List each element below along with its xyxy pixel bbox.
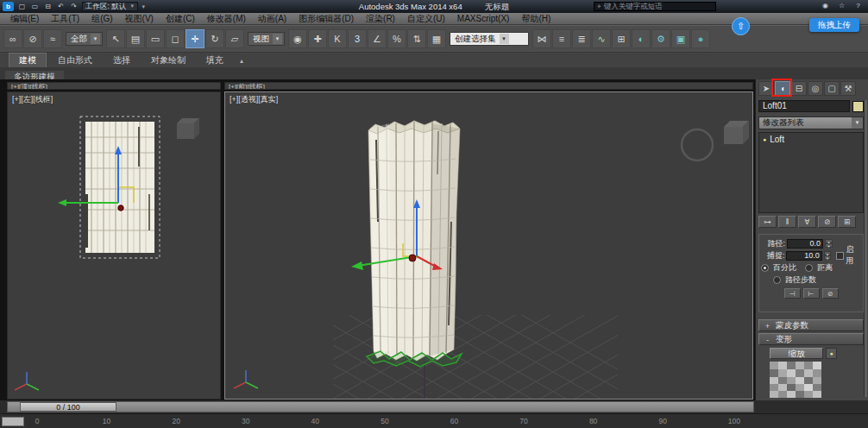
mirror-icon[interactable]: ⋈ <box>532 29 551 48</box>
curve-editor-icon[interactable]: ∿ <box>592 29 611 48</box>
menu-animation[interactable]: 动画(A) <box>252 13 292 24</box>
viewport-top-collapsed[interactable]: [+][顶][线框] <box>7 82 221 90</box>
next-shape-icon[interactable]: ⊢ <box>803 288 820 299</box>
distance-radio[interactable] <box>805 264 813 272</box>
pin-stack-icon[interactable]: ⊶ <box>758 216 777 228</box>
perspective-viewport-label[interactable]: [+][透视][真实] <box>230 94 278 105</box>
ribbon-tab-selection[interactable]: 选择 <box>104 54 140 67</box>
help-icon[interactable]: ? <box>852 1 864 10</box>
quick-access-overflow-icon[interactable]: ▼ <box>141 4 146 9</box>
window-crossing-icon[interactable]: ◻ <box>166 29 185 48</box>
select-and-link-icon[interactable]: ∞ <box>3 29 22 48</box>
modifier-stack-list[interactable]: ●Loft <box>758 132 864 213</box>
spinner-snap-icon[interactable]: ⇅ <box>407 29 426 48</box>
path-steps-radio[interactable] <box>773 276 781 284</box>
align-icon[interactable]: ≡ <box>552 29 571 48</box>
menu-maxscript[interactable]: MAXScript(X) <box>451 13 516 24</box>
upload-overlay-icon[interactable]: ⇧ <box>732 17 750 35</box>
keyboard-override-icon[interactable]: K <box>328 29 347 48</box>
rendered-frame-window-icon[interactable]: ▣ <box>671 29 690 48</box>
perspective-viewport[interactable]: [+][透视][真实] <box>224 91 753 400</box>
menu-group[interactable]: 组(G) <box>85 13 118 24</box>
ribbon-tab-freeform[interactable]: 自由形式 <box>48 54 102 67</box>
utilities-tab-icon[interactable]: ⚒ <box>840 81 856 96</box>
menu-customize[interactable]: 自定义(U) <box>401 13 451 24</box>
configure-modifier-sets-icon[interactable]: ⊞ <box>838 216 856 228</box>
menu-help[interactable]: 帮助(H) <box>515 13 557 24</box>
pick-shape-icon[interactable]: ⊘ <box>822 288 839 299</box>
select-and-rotate-icon[interactable]: ↻ <box>205 29 224 48</box>
open-file-icon[interactable]: ▭ <box>29 2 41 11</box>
favorites-icon[interactable]: ☆ <box>836 1 847 10</box>
redo-icon[interactable]: ↷ <box>68 2 79 11</box>
ribbon-tab-modeling[interactable]: 建模 <box>9 53 47 67</box>
menu-tools[interactable]: 工具(T) <box>45 13 85 24</box>
menu-edit[interactable]: 编辑(E) <box>4 13 45 24</box>
schematic-view-icon[interactable]: ⊞ <box>612 29 631 48</box>
new-file-icon[interactable]: ▢ <box>16 2 28 11</box>
snap-spinner[interactable]: ▲▼ <box>824 251 832 260</box>
material-editor-icon[interactable]: ◐ <box>632 29 651 48</box>
path-spinner[interactable]: ▲▼ <box>825 239 833 248</box>
signin-icon[interactable]: ◉ <box>820 1 831 10</box>
panel-scrollbar[interactable] <box>864 100 867 397</box>
object-color-swatch[interactable] <box>852 101 864 112</box>
search-input[interactable]: ⌖ 键入关键字或短语 <box>594 2 716 11</box>
menu-rendering[interactable]: 渲染(R) <box>360 13 401 24</box>
unlink-selection-icon[interactable]: ⊘ <box>23 29 42 48</box>
reference-coordinate-combo[interactable]: 视图 ▼ <box>248 32 285 46</box>
enable-checkbox[interactable] <box>836 252 844 260</box>
deformations-rollout[interactable]: - 变形 <box>758 333 864 345</box>
snaps-toggle-icon[interactable]: 3 <box>348 29 367 48</box>
menu-views[interactable]: 视图(V) <box>119 13 160 24</box>
bind-to-space-warp-icon[interactable]: ≈ <box>43 29 62 48</box>
ribbon-collapse-button[interactable]: ▴ <box>235 54 248 67</box>
snap-value-field[interactable]: 10.0 <box>786 251 821 261</box>
edit-named-selection-sets-icon[interactable]: ▦ <box>427 29 446 48</box>
trackbar-corner-box[interactable] <box>2 417 24 426</box>
named-selection-sets-combo[interactable]: 创建选择集 ▼ <box>450 32 529 46</box>
ribbon-tab-populate[interactable]: 填充 <box>197 54 233 67</box>
select-and-scale-icon[interactable]: ▱ <box>225 29 244 48</box>
make-unique-icon[interactable]: ∀ <box>798 216 816 228</box>
hierarchy-tab-icon[interactable]: ⊟ <box>791 81 807 96</box>
motion-tab-icon[interactable]: ◎ <box>808 81 823 96</box>
menu-graph-editors[interactable]: 图形编辑器(D) <box>292 13 360 24</box>
object-name-field[interactable]: Loft01 <box>758 100 850 112</box>
track-bar[interactable]: 0102030405060708090100 <box>0 413 868 428</box>
stack-item-loft[interactable]: ●Loft <box>759 133 863 146</box>
upload-overlay-button[interactable]: 拖拽上传 <box>809 18 859 32</box>
3dsmax-logo-icon[interactable]: b <box>3 2 14 11</box>
path-value-field[interactable]: 0.0 <box>787 239 823 249</box>
workspace-selector[interactable]: 工作区: 默认 ▼ <box>82 2 138 11</box>
save-file-icon[interactable]: ⊟ <box>42 2 53 11</box>
menu-modifiers[interactable]: 修改器(M) <box>201 13 252 24</box>
percent-radio[interactable] <box>761 264 769 272</box>
skin-parameters-rollout[interactable]: + 蒙皮参数 <box>758 319 864 331</box>
selection-filter-combo[interactable]: 全部 ▼ <box>66 32 103 46</box>
percent-snap-icon[interactable]: % <box>387 29 406 48</box>
layer-manager-icon[interactable]: ≣ <box>572 29 591 48</box>
use-pivot-center-icon[interactable]: ◉ <box>288 29 307 48</box>
remove-modifier-icon[interactable]: ⊘ <box>818 216 836 228</box>
time-slider-handle[interactable]: 0 / 100 <box>20 402 116 412</box>
scale-enable-toggle[interactable]: ● <box>826 348 837 359</box>
scale-deformation-button[interactable]: 缩放 <box>770 348 823 359</box>
render-production-icon[interactable]: ● <box>691 29 710 48</box>
display-tab-icon[interactable]: ▢ <box>824 81 840 96</box>
viewport-front-collapsed[interactable]: [+][前][线框] <box>224 82 753 90</box>
render-setup-icon[interactable]: ⚙ <box>651 29 670 48</box>
time-slider-track[interactable]: 0 / 100 <box>7 401 754 412</box>
undo-icon[interactable]: ↶ <box>55 2 66 11</box>
show-end-result-icon[interactable]: ‖ <box>778 216 796 228</box>
modifier-list-dropdown[interactable]: 修改器列表 ▼ <box>758 116 864 129</box>
prev-shape-icon[interactable]: ⊣ <box>784 288 801 299</box>
angle-snap-icon[interactable]: ∠ <box>368 29 387 48</box>
select-by-name-icon[interactable]: ▤ <box>126 29 145 48</box>
ribbon-tab-object-paint[interactable]: 对象绘制 <box>142 54 195 67</box>
select-and-move-icon[interactable]: ✛ <box>186 29 204 48</box>
selection-region-icon[interactable]: ▭ <box>146 29 165 48</box>
menu-create[interactable]: 创建(C) <box>160 13 201 24</box>
left-viewport[interactable]: [+][左][线框] <box>7 91 221 400</box>
select-and-manipulate-icon[interactable]: ✚ <box>308 29 327 48</box>
